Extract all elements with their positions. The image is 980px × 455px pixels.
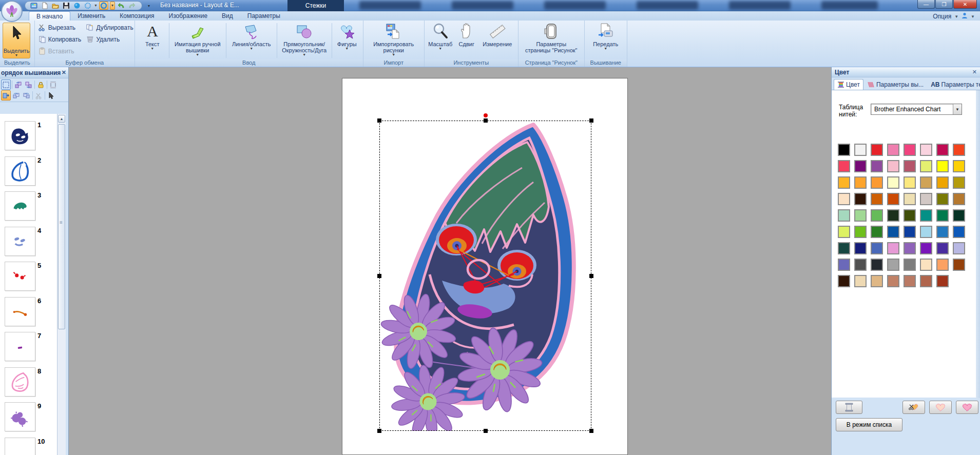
thread-color-swatch[interactable] [936,259,949,271]
rectangle-circle-arc-button[interactable]: Прямоугольник/ Окружность/Дуга ▼ [278,22,331,60]
thread-color-swatch[interactable] [936,209,949,222]
duplicate-button[interactable]: Дублировать [84,22,136,33]
canvas-workspace[interactable] [69,67,831,455]
thread-color-swatch[interactable] [887,176,899,189]
zoom-button[interactable]: Масштаб ▼ [426,22,455,60]
color-panel-close-icon[interactable]: ✕ [972,69,977,75]
thread-color-swatch[interactable] [871,193,883,205]
thread-color-swatch[interactable] [953,209,965,222]
thread-color-swatch[interactable] [854,160,867,172]
thread-color-swatch[interactable] [871,242,883,254]
selection-handle-e[interactable] [589,274,593,278]
option-dropdown-arrow[interactable]: ▼ [954,14,958,19]
minimize-button[interactable]: — [917,0,935,9]
pale-heart-button[interactable] [929,401,952,414]
new-document-icon[interactable] [40,2,49,10]
thread-color-swatch[interactable] [904,193,916,205]
sewing-order-item[interactable]: 9 [5,402,44,431]
thread-color-swatch[interactable] [854,275,867,287]
text-tool-button[interactable]: A Текст ▼ [137,22,168,60]
delete-button[interactable]: Удалить [84,33,136,45]
thread-color-swatch[interactable] [854,242,867,254]
save-icon[interactable] [62,2,71,10]
sewing-order-item[interactable]: 8 [5,367,44,397]
color-order-tool[interactable] [1,90,11,101]
thread-color-swatch[interactable] [953,193,965,205]
stitch-dropdown-arrow[interactable]: ▼ [94,4,98,7]
thread-color-swatch[interactable] [838,275,850,287]
thread-color-swatch[interactable] [904,144,916,156]
sewing-order-thumbnail[interactable] [5,121,35,150]
move-down-tool[interactable] [24,80,33,90]
option-menu[interactable]: Опция [933,13,951,20]
thread-color-swatch[interactable] [838,226,850,238]
thread-color-swatch[interactable] [887,275,899,287]
lock-tool[interactable] [36,80,46,90]
ring-dropdown-arrow[interactable]: ▼ [110,2,115,10]
selected-design[interactable] [379,121,591,431]
design-page-settings-button[interactable]: Параметры страницы "Рисунок" [520,22,583,60]
tab-view[interactable]: Вид [215,11,240,21]
send-button[interactable]: Передать ▼ [586,22,625,60]
redo-icon[interactable] [127,2,137,10]
thread-color-swatch[interactable] [904,176,916,189]
thread-color-swatch[interactable] [871,160,883,172]
thread-color-swatch[interactable] [854,226,867,238]
tab-options[interactable]: Параметры [240,11,287,21]
thread-color-swatch[interactable] [953,160,965,172]
selection-handle-sw[interactable] [377,429,381,433]
ungroup-tool[interactable] [22,90,31,101]
tab-home[interactable]: В начало [29,11,70,21]
selection-handle-s[interactable] [484,429,488,433]
thread-color-swatch[interactable] [887,144,899,156]
selection-handle-nw[interactable] [377,118,381,123]
ring-circle-icon[interactable] [99,2,108,10]
thread-color-swatch[interactable] [936,275,949,287]
thread-color-swatch[interactable] [904,160,916,172]
thread-color-swatch[interactable] [838,176,850,189]
tab-text-parameters[interactable]: AB Параметры текс... [928,80,980,90]
thread-color-swatch[interactable] [904,209,916,222]
customize-qat-button[interactable]: ▾ [145,2,153,9]
thread-color-swatch[interactable] [854,144,867,156]
select-button[interactable]: Выделить ▼ [3,23,30,58]
tab-color[interactable]: Цвет [834,79,863,90]
thread-color-swatch[interactable] [887,226,899,238]
thread-color-swatch[interactable] [871,275,883,287]
sewing-order-item[interactable]: 5 [5,262,44,291]
pan-button[interactable]: Сдвиг [455,22,478,60]
thread-color-swatch[interactable] [887,160,899,172]
thread-color-swatch[interactable] [871,259,883,271]
thread-color-swatch[interactable] [953,259,965,271]
sewing-order-thumbnail[interactable] [5,402,35,431]
frame-tool[interactable] [48,80,58,90]
thread-color-swatch[interactable] [854,193,867,205]
panel-close-icon[interactable]: ✕ [62,69,66,76]
scrollbar-thumb[interactable] [58,124,65,329]
sewing-order-item[interactable]: 1 [5,121,44,150]
close-button[interactable]: ✕ [953,0,977,9]
thread-color-swatch[interactable] [904,275,916,287]
thread-color-swatch[interactable] [904,226,916,238]
thread-color-swatch[interactable] [920,193,932,205]
open-folder-icon[interactable] [51,2,60,10]
thread-color-swatch[interactable] [854,176,867,189]
thread-color-swatch[interactable] [920,160,932,172]
sewing-order-item[interactable]: 4 [5,227,44,256]
show-frame-tool[interactable] [1,80,11,90]
maximize-button[interactable]: ❐ [935,0,953,9]
group-tool[interactable] [11,90,21,101]
thread-color-swatch[interactable] [920,259,932,271]
list-mode-button[interactable]: В режим списка [836,418,902,431]
thread-color-swatch[interactable] [838,193,850,205]
user-account-icon[interactable] [962,12,968,21]
color-panel-scrollbar[interactable] [976,90,980,398]
thread-color-swatch[interactable] [936,160,949,172]
thread-color-swatch[interactable] [920,275,932,287]
dropdown-arrow-icon[interactable]: ▼ [953,104,962,114]
thread-color-swatch[interactable] [887,209,899,222]
selection-handle-se[interactable] [589,429,593,433]
selection-handle-w[interactable] [377,274,381,278]
thread-color-swatch[interactable] [838,242,850,254]
thread-color-swatch[interactable] [920,209,932,222]
